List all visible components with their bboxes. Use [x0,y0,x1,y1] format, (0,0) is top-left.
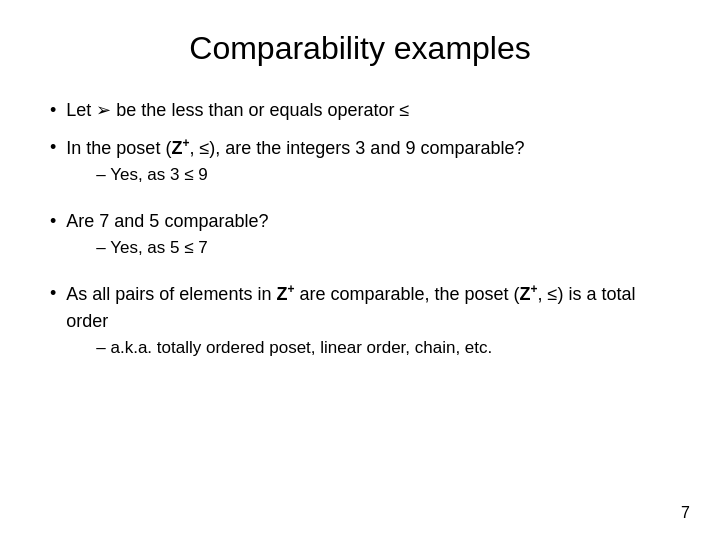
slide-content: • Let ➢ be the less than or equals opera… [50,97,670,367]
sub-item-3: Yes, as 5 ≤ 7 [96,235,670,261]
z-bold-4: Z+ [276,284,294,304]
bullet-symbol-3: • [50,208,56,235]
bullet-text-3: Are 7 and 5 comparable? Yes, as 5 ≤ 7 [66,208,670,267]
bullet-symbol-4: • [50,280,56,307]
z-bold-2: Z+ [171,138,189,158]
bullet-text-1: Let ➢ be the less than or equals operato… [66,97,670,124]
bullet-symbol-1: • [50,97,56,124]
page-number: 7 [681,504,690,522]
bullet-text-2: In the poset (Z+, ≤), are the integers 3… [66,134,670,194]
sub-item-4: a.k.a. totally ordered poset, linear ord… [96,335,670,361]
bullet-item-3: • Are 7 and 5 comparable? Yes, as 5 ≤ 7 [50,208,670,267]
sub-item-2: Yes, as 3 ≤ 9 [96,162,670,188]
bullet-item-2: • In the poset (Z+, ≤), are the integers… [50,134,670,194]
bullet-item-1: • Let ➢ be the less than or equals opera… [50,97,670,124]
bullet-item-4: • As all pairs of elements in Z+ are com… [50,280,670,367]
slide-title: Comparability examples [50,30,670,67]
bullet-text-4: As all pairs of elements in Z+ are compa… [66,280,670,367]
slide: Comparability examples • Let ➢ be the le… [0,0,720,540]
bullet-symbol-2: • [50,134,56,161]
z-bold-4b: Z+ [520,284,538,304]
